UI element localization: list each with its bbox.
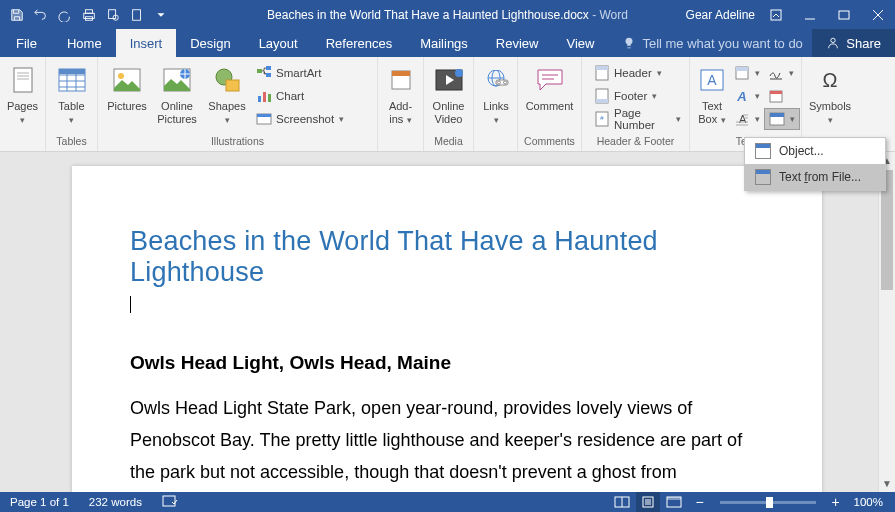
svg-rect-27: [392, 71, 410, 76]
text-cursor: [130, 294, 764, 314]
svg-rect-23: [268, 94, 271, 102]
zoom-thumb[interactable]: [766, 497, 773, 508]
tell-me-search[interactable]: Tell me what you want to do: [608, 29, 812, 57]
drop-cap-button[interactable]: A▾: [730, 108, 764, 130]
comment-button[interactable]: Comment: [522, 60, 577, 115]
symbols-button[interactable]: Ω Symbols▾: [806, 60, 854, 129]
tab-home[interactable]: Home: [53, 29, 116, 57]
document-title[interactable]: Beaches in the World That Have a Haunted…: [130, 226, 764, 288]
smartart-button[interactable]: SmartArt: [252, 62, 348, 84]
svg-rect-21: [258, 96, 261, 102]
drop-cap-icon: A: [734, 111, 750, 127]
addins-icon: [385, 64, 417, 96]
web-layout-button[interactable]: [662, 492, 686, 512]
new-document-button[interactable]: [126, 4, 148, 26]
zoom-slider[interactable]: [720, 501, 816, 504]
zoom-in-button[interactable]: +: [824, 492, 848, 512]
user-name[interactable]: Gear Adeline: [686, 8, 755, 22]
tab-file[interactable]: File: [0, 29, 53, 57]
footer-button[interactable]: Footer▾: [590, 85, 685, 107]
svg-rect-20: [266, 73, 271, 77]
save-button[interactable]: [6, 4, 28, 26]
close-button[interactable]: [861, 0, 895, 29]
svg-point-8: [831, 38, 835, 42]
pages-button[interactable]: Pages▾: [4, 60, 41, 129]
tab-insert[interactable]: Insert: [116, 29, 177, 57]
footer-icon: [594, 88, 610, 104]
chart-button[interactable]: Chart: [252, 85, 348, 107]
redo-button[interactable]: [54, 4, 76, 26]
quick-print-button[interactable]: [78, 4, 100, 26]
picture-icon: [111, 64, 143, 96]
date-time-button[interactable]: [764, 85, 800, 107]
quick-parts-icon: [734, 65, 750, 81]
ribbon-options-button[interactable]: [759, 0, 793, 29]
print-layout-button[interactable]: [636, 492, 660, 512]
paragraph[interactable]: Owls Head Light State Park, open year-ro…: [130, 392, 764, 492]
svg-rect-22: [263, 92, 266, 102]
menu-item-text-from-file[interactable]: Text from File...: [745, 164, 885, 190]
text-file-icon: [755, 169, 771, 185]
online-pictures-button[interactable]: OnlinePictures: [152, 60, 202, 128]
tab-view[interactable]: View: [552, 29, 608, 57]
shapes-icon: [211, 64, 243, 96]
screenshot-button[interactable]: Screenshot▾: [252, 108, 348, 130]
print-preview-button[interactable]: [102, 4, 124, 26]
tab-review[interactable]: Review: [482, 29, 553, 57]
word-count[interactable]: 232 words: [79, 496, 152, 508]
quick-parts-button[interactable]: ▾: [730, 62, 764, 84]
page-indicator[interactable]: Page 1 of 1: [0, 496, 79, 508]
read-mode-button[interactable]: [610, 492, 634, 512]
vertical-scrollbar[interactable]: ▲ ▼: [878, 152, 895, 492]
comment-icon: [534, 64, 566, 96]
text-box-button[interactable]: A TextBox ▾: [694, 60, 730, 129]
wordart-icon: A: [734, 88, 750, 104]
addins-button[interactable]: Add-ins ▾: [382, 60, 419, 129]
object-icon: [769, 111, 785, 127]
qat-customize-button[interactable]: [150, 4, 172, 26]
pictures-button[interactable]: Pictures: [102, 60, 152, 115]
online-video-button[interactable]: OnlineVideo: [428, 60, 469, 128]
share-button[interactable]: Share: [812, 29, 895, 57]
page-number-icon: #: [594, 111, 610, 127]
header-icon: [594, 65, 610, 81]
title-bar: Beaches in the World That Have a Haunted…: [0, 0, 895, 29]
zoom-out-button[interactable]: −: [688, 492, 712, 512]
svg-rect-52: [163, 496, 175, 506]
page[interactable]: Beaches in the World That Have a Haunted…: [72, 166, 822, 492]
svg-rect-3: [109, 9, 116, 18]
table-button[interactable]: Table▾: [50, 60, 93, 129]
link-icon: [480, 64, 512, 96]
page-number-button[interactable]: #Page Number▾: [590, 108, 685, 130]
header-button[interactable]: Header▾: [590, 62, 685, 84]
tab-design[interactable]: Design: [176, 29, 244, 57]
wordart-button[interactable]: A▾: [730, 85, 764, 107]
svg-rect-9: [14, 68, 32, 92]
minimize-button[interactable]: [793, 0, 827, 29]
status-bar: Page 1 of 1 232 words − + 100%: [0, 492, 895, 512]
object-button[interactable]: ▾: [764, 108, 800, 130]
document-area[interactable]: Beaches in the World That Have a Haunted…: [0, 152, 895, 492]
undo-button[interactable]: [30, 4, 52, 26]
svg-rect-56: [667, 497, 681, 500]
svg-rect-48: [770, 91, 782, 94]
svg-rect-44: [736, 67, 748, 71]
shapes-button[interactable]: Shapes▾: [202, 60, 252, 129]
menu-item-object[interactable]: Object...: [745, 138, 885, 164]
chart-icon: [256, 88, 272, 104]
tab-references[interactable]: References: [312, 29, 406, 57]
quick-access-toolbar: [0, 4, 172, 26]
zoom-level[interactable]: 100%: [850, 496, 887, 508]
links-button[interactable]: Links▾: [478, 60, 514, 129]
smartart-icon: [256, 65, 272, 81]
tab-mailings[interactable]: Mailings: [406, 29, 482, 57]
scroll-down-button[interactable]: ▼: [879, 475, 895, 492]
svg-rect-36: [596, 66, 608, 70]
heading-2[interactable]: Owls Head Light, Owls Head, Maine: [130, 352, 764, 374]
signature-line-button[interactable]: ▾: [764, 62, 800, 84]
proofing-button[interactable]: [152, 494, 188, 510]
svg-rect-7: [839, 11, 849, 19]
tab-layout[interactable]: Layout: [245, 29, 312, 57]
svg-rect-11: [59, 69, 85, 74]
maximize-button[interactable]: [827, 0, 861, 29]
